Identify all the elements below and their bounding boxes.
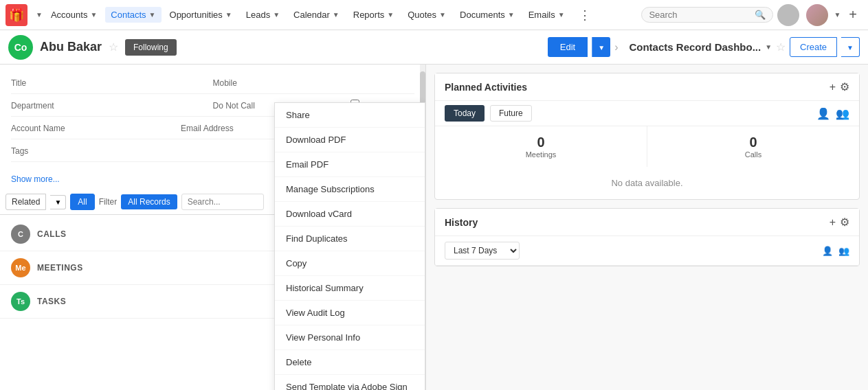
nav-contacts[interactable]: Contacts ▼: [105, 7, 161, 23]
tab-future[interactable]: Future: [490, 105, 532, 122]
nav-leads[interactable]: Leads ▼: [241, 7, 285, 23]
history-title: History: [445, 217, 825, 228]
calls-label: CALLS: [37, 229, 67, 239]
menu-item-delete[interactable]: Delete: [275, 350, 425, 375]
menu-item-copy[interactable]: Copy: [275, 251, 425, 276]
planned-activities-header: Planned Activities + ⚙: [435, 73, 859, 101]
history-period-select[interactable]: Last 7 Days Last 30 Days Last 90 Days Al…: [445, 242, 520, 260]
right-panel-title-area: Contacts Record Dashbo... ▼ ☆ Create ▼: [629, 37, 860, 57]
create-button[interactable]: Create: [790, 37, 837, 57]
search-container: 🔍: [641, 7, 773, 23]
menu-item-historical-summary[interactable]: Historical Summary: [275, 276, 425, 301]
menu-item-view-personal-info[interactable]: View Personal Info: [275, 325, 425, 350]
nav-documents[interactable]: Documents ▼: [454, 7, 520, 23]
user-avatar-gray[interactable]: [777, 4, 799, 26]
form-row-title: Title Mobile: [11, 71, 414, 94]
right-panel: Planned Activities + ⚙ Today Future 👤 👥 …: [426, 65, 868, 390]
history-icons: 👤 👥: [822, 246, 849, 256]
department-label: Department: [11, 100, 148, 111]
collapse-arrow-icon[interactable]: ›: [614, 41, 618, 54]
edit-button[interactable]: Edit: [548, 37, 588, 57]
group-icon[interactable]: 👥: [836, 107, 849, 120]
top-nav: 🎁 ▼ Accounts ▼ Contacts ▼ Opportunities …: [0, 0, 868, 30]
calls-stat-label: Calls: [653, 150, 854, 159]
create-dropdown-button[interactable]: ▼: [841, 37, 860, 57]
meetings-stat-label: Meetings: [441, 150, 641, 159]
menu-item-download-vcard[interactable]: Download vCard: [275, 202, 425, 227]
title-value: [148, 77, 213, 88]
add-button[interactable]: +: [843, 4, 863, 25]
menu-item-send-template-adobe[interactable]: Send Template via Adobe Sign: [275, 375, 425, 390]
nav-leads-arrow: ▼: [273, 11, 280, 19]
planned-activities-section: Planned Activities + ⚙ Today Future 👤 👥 …: [434, 73, 860, 200]
meetings-icon: Me: [11, 258, 30, 277]
sub-header: Co Abu Bakar ☆ Following Edit ▼ › Contac…: [0, 30, 868, 65]
calls-icon: C: [11, 225, 30, 244]
activity-tabs: Today Future 👤 👥: [435, 101, 859, 126]
settings-history-icon[interactable]: ⚙: [840, 216, 849, 229]
following-button[interactable]: Following: [125, 39, 177, 56]
nav-quotes[interactable]: Quotes ▼: [402, 7, 452, 23]
meetings-count: 0: [441, 135, 641, 150]
filter-label: Filter: [99, 197, 118, 207]
nav-contacts-arrow: ▼: [149, 11, 156, 19]
history-group-icon[interactable]: 👥: [838, 246, 849, 256]
edit-dropdown-button[interactable]: ▼: [592, 37, 610, 57]
add-activity-icon[interactable]: +: [830, 81, 836, 93]
tasks-label: TASKS: [37, 297, 66, 306]
calls-stat: 0 Calls: [647, 126, 859, 167]
department-value: [148, 100, 213, 111]
no-data-message: No data available.: [435, 167, 859, 199]
account-name-label: Account Name: [11, 122, 148, 133]
favorite-star-icon[interactable]: ☆: [109, 41, 118, 54]
menu-item-download-pdf[interactable]: Download PDF: [275, 128, 425, 152]
menu-item-view-audit-log[interactable]: View Audit Log: [275, 301, 425, 325]
activity-stats: 0 Meetings 0 Calls: [435, 126, 859, 167]
dashboard-dropdown-arrow[interactable]: ▼: [765, 43, 772, 51]
menu-item-find-duplicates[interactable]: Find Duplicates: [275, 227, 425, 251]
logo-icon: 🎁: [9, 8, 24, 23]
history-person-icon[interactable]: 👤: [822, 246, 833, 256]
history-filter: Last 7 Days Last 30 Days Last 90 Days Al…: [435, 236, 859, 266]
nav-opportunities[interactable]: Opportunities ▼: [164, 7, 238, 23]
contact-avatar: Co: [8, 35, 33, 60]
dashboard-favorite-icon[interactable]: ☆: [776, 41, 786, 54]
tab-today[interactable]: Today: [445, 105, 485, 122]
app-logo[interactable]: 🎁: [5, 4, 27, 26]
nav-calendar-arrow: ▼: [333, 11, 340, 19]
user-dropdown-arrow[interactable]: ▼: [834, 11, 841, 19]
nav-emails[interactable]: Emails ▼: [523, 7, 570, 23]
person-icon[interactable]: 👤: [816, 107, 830, 120]
contact-name: Abu Bakar: [40, 40, 102, 54]
search-input[interactable]: [649, 10, 752, 20]
related-dropdown-button[interactable]: ▼: [50, 195, 66, 209]
main-layout: Title Mobile Department Do Not Call Acco…: [0, 65, 868, 390]
meetings-label: MEETINGS: [37, 263, 83, 273]
history-section: History + ⚙ Last 7 Days Last 30 Days Las…: [434, 208, 860, 266]
mobile-label: Mobile: [213, 77, 350, 88]
nav-accounts-arrow: ▼: [90, 11, 97, 19]
account-name-value: [148, 122, 181, 133]
user-avatar[interactable]: [806, 4, 828, 26]
all-filter-button[interactable]: All: [70, 194, 94, 210]
nav-reports[interactable]: Reports ▼: [348, 7, 399, 23]
add-history-icon[interactable]: +: [830, 216, 836, 229]
settings-activity-icon[interactable]: ⚙: [840, 80, 849, 93]
nav-accounts[interactable]: Accounts ▼: [45, 7, 102, 23]
nav-calendar[interactable]: Calendar ▼: [288, 7, 345, 23]
create-chevron-icon: ▼: [847, 44, 854, 51]
menu-item-manage-subscriptions[interactable]: Manage Subscriptions: [275, 177, 425, 202]
header-actions: Edit ▼ › Contacts Record Dashbo... ▼ ☆ C…: [548, 37, 860, 57]
tab-icons: 👤 👥: [816, 107, 849, 120]
nav-more-button[interactable]: ⋮: [573, 5, 597, 25]
related-button[interactable]: Related: [5, 194, 46, 210]
related-search-input[interactable]: [181, 194, 264, 210]
nav-emails-arrow: ▼: [558, 11, 565, 19]
dashboard-title: Contacts Record Dashbo...: [629, 41, 761, 53]
nav-opportunities-arrow: ▼: [225, 11, 232, 19]
menu-item-email-pdf[interactable]: Email PDF: [275, 152, 425, 177]
calls-count: 0: [653, 135, 854, 150]
menu-item-share[interactable]: Share: [275, 103, 425, 128]
logo-dropdown[interactable]: ▼: [36, 11, 43, 19]
all-records-button[interactable]: All Records: [121, 194, 177, 209]
